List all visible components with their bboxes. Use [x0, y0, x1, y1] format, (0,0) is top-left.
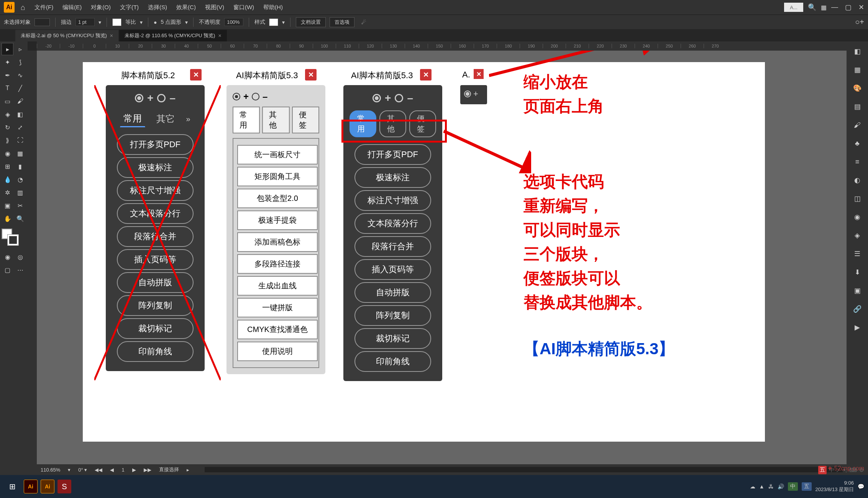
artboard-nav-prev-icon[interactable]: ◀◀	[95, 467, 102, 473]
panel52-btn-6[interactable]: 自动拼版	[117, 272, 194, 293]
menu-view[interactable]: 视图(V)	[202, 2, 227, 13]
magic-wand-tool[interactable]: ✦	[2, 56, 13, 68]
menu-help[interactable]: 帮助(H)	[260, 2, 286, 13]
color-panel-icon[interactable]: 🎨	[850, 81, 864, 95]
panel53dark-btn-7[interactable]: 阵列复制	[354, 305, 431, 326]
ime-indicator-2[interactable]: 五	[802, 482, 812, 491]
edit-toolbar[interactable]: ⋯	[14, 264, 26, 276]
scale-tool[interactable]: ⤢	[14, 121, 26, 133]
panel53light-btn-8[interactable]: CMYK查找潘通色	[237, 320, 318, 339]
panel52-tab-common[interactable]: 常用	[120, 110, 145, 127]
draw-mode-behind[interactable]: ◎	[14, 251, 26, 263]
arrange-docs-icon[interactable]: ▦	[821, 4, 827, 11]
scrollbar-horizontal[interactable]	[205, 467, 843, 472]
panel52-btn-8[interactable]: 裁切标记	[117, 318, 194, 339]
panel53light-btn-4[interactable]: 添加画稿色标	[237, 232, 318, 252]
artboard-nav-next-icon[interactable]: ▶▶	[144, 467, 151, 473]
slice-tool[interactable]: ✂	[14, 199, 26, 212]
panel52-btn-1[interactable]: 极速标注	[117, 157, 194, 178]
tray-volume-icon[interactable]: 🔊	[778, 483, 784, 490]
symbol-sprayer-tool[interactable]: ✲	[2, 186, 13, 199]
panel53dark-btn-5[interactable]: 插入页码等	[354, 259, 431, 280]
minimize-button[interactable]: ―	[831, 3, 838, 12]
panel53dark-btn-3[interactable]: 文本段落分行	[354, 213, 431, 234]
rotate-view-icon[interactable]: 0° ▾	[78, 467, 87, 473]
panel53light-btn-6[interactable]: 生成出血线	[237, 276, 318, 296]
width-tool[interactable]: ⟫	[2, 134, 13, 146]
selection-tool[interactable]: ▸	[2, 43, 13, 55]
graph-tool[interactable]: ▥	[14, 186, 26, 199]
panel52-tab-other[interactable]: 其它	[153, 111, 178, 127]
panel53light-tab-0[interactable]: 常用	[233, 107, 260, 133]
layers-panel-icon[interactable]: ☰	[850, 247, 864, 261]
opacity-input[interactable]	[224, 18, 243, 26]
rectangle-tool[interactable]: ▭	[2, 95, 13, 107]
panel53light-close-button[interactable]: ✕	[305, 69, 317, 81]
free-transform-tool[interactable]: ⛶	[14, 134, 26, 146]
stroke-weight-input[interactable]	[75, 18, 95, 26]
curvature-tool[interactable]: ∿	[14, 69, 26, 81]
lasso-tool[interactable]: ⟆	[14, 56, 26, 68]
hand-tool[interactable]: ✋	[2, 212, 13, 225]
shape-builder-tool[interactable]: ◉	[2, 147, 13, 159]
brushes-panel-icon[interactable]: 🖌	[850, 118, 864, 132]
panel53dark-btn-4[interactable]: 段落行合并	[354, 236, 431, 257]
artboards-panel-icon[interactable]: ▣	[850, 284, 864, 297]
asset-export-panel-icon[interactable]: ⬇	[850, 265, 864, 279]
uniform-dropdown-icon[interactable]: ▾	[140, 19, 143, 25]
panel52-btn-9[interactable]: 印前角线	[117, 341, 194, 362]
panel53light-btn-2[interactable]: 包装盒型2.0	[237, 189, 318, 208]
panel53light-btn-5[interactable]: 多段路径连接	[237, 254, 318, 274]
panel52-btn-0[interactable]: 打开多页PDF	[117, 134, 194, 155]
color-swatches[interactable]	[2, 228, 20, 247]
direct-selection-tool[interactable]: ▹	[14, 43, 26, 55]
libraries-panel-icon[interactable]: ▦	[850, 63, 864, 77]
panel52-btn-5[interactable]: 插入页码等	[117, 249, 194, 270]
zoom-level[interactable]: 110.65%	[41, 467, 60, 473]
start-button[interactable]: ⊞	[4, 478, 21, 495]
taskbar-app-s[interactable]: S	[57, 480, 71, 493]
stroke-dropdown-icon[interactable]: ▾	[98, 19, 101, 25]
ime-indicator-1[interactable]: 中	[788, 482, 798, 491]
properties-panel-icon[interactable]: ◧	[850, 44, 864, 58]
panel53dark-btn-8[interactable]: 裁切标记	[354, 328, 431, 349]
ime-badge-1[interactable]: 五	[818, 466, 827, 474]
radio-selected-icon[interactable]	[372, 94, 381, 102]
panel53light-btn-9[interactable]: 使用说明	[237, 342, 318, 361]
home-icon[interactable]: ⌂	[21, 3, 25, 12]
panel53light-tab-2[interactable]: 便签	[292, 107, 319, 133]
swatches-panel-icon[interactable]: ▤	[850, 100, 864, 113]
panel53light-btn-3[interactable]: 极速手提袋	[237, 210, 318, 230]
close-button[interactable]: ✕	[858, 3, 864, 12]
graphic-styles-panel-icon[interactable]: ◈	[850, 228, 864, 242]
brush-dropdown-icon[interactable]: ▾	[185, 19, 188, 25]
panel53dark-btn-9[interactable]: 印前角线	[354, 351, 431, 372]
taskbar-clock[interactable]: 9:06 2023/8/13 星期日	[815, 480, 854, 493]
gradient-panel-icon[interactable]: ◐	[850, 173, 864, 187]
shaper-tool[interactable]: ◈	[2, 108, 13, 120]
search-icon[interactable]: 🔍	[808, 3, 816, 12]
panel53light-btn-7[interactable]: 一键拼版	[237, 298, 318, 317]
stroke-panel-icon[interactable]: ≡	[850, 155, 864, 169]
panel52-btn-7[interactable]: 阵列复制	[117, 295, 194, 316]
links-panel-icon[interactable]: 🔗	[850, 302, 864, 316]
panel53dark-btn-6[interactable]: 自动拼版	[354, 282, 431, 303]
radio-icon[interactable]	[395, 94, 403, 102]
panel52-btn-3[interactable]: 文本段落分行	[117, 203, 194, 224]
fill-color-swatch[interactable]	[112, 18, 121, 26]
radio-icon[interactable]	[252, 93, 259, 100]
panel53dark-btn-1[interactable]: 极速标注	[354, 167, 431, 188]
paintbrush-tool[interactable]: 🖌	[14, 95, 26, 107]
panel53dark-tab-1[interactable]: 其他	[379, 110, 406, 137]
panel53dark-btn-2[interactable]: 标注尺寸增强	[354, 190, 431, 211]
close-icon[interactable]: ×	[218, 33, 221, 39]
appearance-panel-icon[interactable]: ◉	[850, 210, 864, 224]
artboard-tool[interactable]: ▣	[2, 199, 13, 212]
menu-type[interactable]: 文字(T)	[117, 2, 142, 13]
menu-select[interactable]: 选择(S)	[145, 2, 170, 13]
maximize-button[interactable]: ▢	[845, 3, 852, 12]
artboard-nav-prev1-icon[interactable]: ◀	[110, 467, 114, 473]
pen-tool[interactable]: ✒	[2, 69, 13, 81]
notification-center-icon[interactable]: 💬	[858, 483, 864, 490]
zoom-dropdown-icon[interactable]: ▾	[68, 467, 71, 473]
